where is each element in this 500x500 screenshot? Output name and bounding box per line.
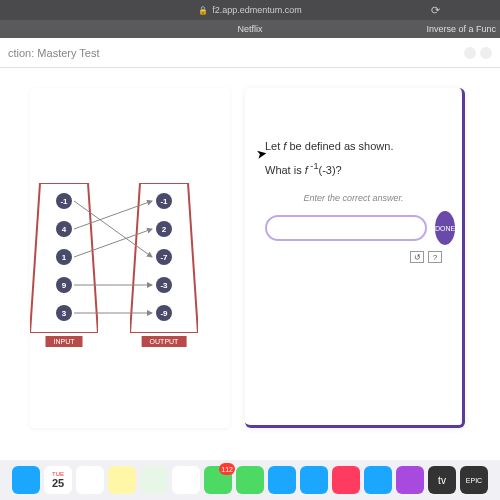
- helper-row: ↺ ?: [245, 245, 462, 263]
- dock-news-icon[interactable]: [332, 466, 360, 494]
- question-panel: Let f be defined as shown. What is f -1(…: [245, 88, 465, 428]
- dock-appstore-icon[interactable]: [364, 466, 392, 494]
- tab-netflix[interactable]: Netflix: [237, 24, 262, 34]
- lock-icon: 🔒: [198, 6, 208, 15]
- page-title: ction: Mastery Test: [8, 47, 100, 59]
- header-dot-icon[interactable]: [464, 47, 476, 59]
- answer-row: DONE: [245, 211, 462, 245]
- badge: 112: [219, 463, 235, 475]
- svg-line-3: [74, 201, 152, 229]
- dock-podcasts-icon[interactable]: [396, 466, 424, 494]
- url-text: f2.app.edmentum.com: [212, 5, 302, 15]
- question-line1: Let f be defined as shown.: [245, 88, 462, 161]
- dock-mail-icon[interactable]: [300, 466, 328, 494]
- svg-line-2: [74, 201, 152, 257]
- answer-input[interactable]: [265, 215, 427, 241]
- dock-reminders-icon[interactable]: [76, 466, 104, 494]
- dock-appletv-icon[interactable]: tv: [428, 466, 456, 494]
- header-dot-icon[interactable]: [480, 47, 492, 59]
- cursor-icon: ➤: [255, 145, 268, 162]
- macos-dock: TUE25112tvEPIC: [0, 460, 500, 500]
- reload-icon[interactable]: ⟳: [431, 4, 440, 17]
- dock-facetime-icon[interactable]: [236, 466, 264, 494]
- url-bar: 🔒 f2.app.edmentum.com: [198, 5, 302, 15]
- undo-button[interactable]: ↺: [410, 251, 424, 263]
- dock-finder-icon[interactable]: [12, 466, 40, 494]
- dock-notes-icon[interactable]: [108, 466, 136, 494]
- dock-calendar-icon[interactable]: TUE25: [44, 466, 72, 494]
- browser-chrome: 🔒 f2.app.edmentum.com ⟳: [0, 0, 500, 20]
- tab-bar: Netflix Inverse of a Func: [0, 20, 500, 38]
- dock-epic-icon[interactable]: EPIC: [460, 466, 488, 494]
- help-button[interactable]: ?: [428, 251, 442, 263]
- tab-inverse[interactable]: Inverse of a Func: [426, 24, 496, 34]
- dock-messages-icon[interactable]: 112: [204, 466, 232, 494]
- done-button[interactable]: DONE: [435, 211, 455, 245]
- dock-safari-icon[interactable]: [268, 466, 296, 494]
- dock-photos-icon[interactable]: [172, 466, 200, 494]
- mapping-arrows: [30, 183, 210, 343]
- answer-instruction: Enter the correct answer.: [245, 175, 462, 211]
- question-line2: What is f -1(-3)?: [245, 161, 462, 176]
- page-header: ction: Mastery Test: [0, 38, 500, 68]
- function-mapping-diagram: INPUT -1 4 1 9 3 OUTPUT -1 2 -7 -3 -9: [30, 183, 210, 363]
- dock-maps-icon[interactable]: [140, 466, 168, 494]
- header-actions: [464, 47, 492, 59]
- svg-line-4: [74, 229, 152, 257]
- content-area: INPUT -1 4 1 9 3 OUTPUT -1 2 -7 -3 -9: [0, 68, 500, 460]
